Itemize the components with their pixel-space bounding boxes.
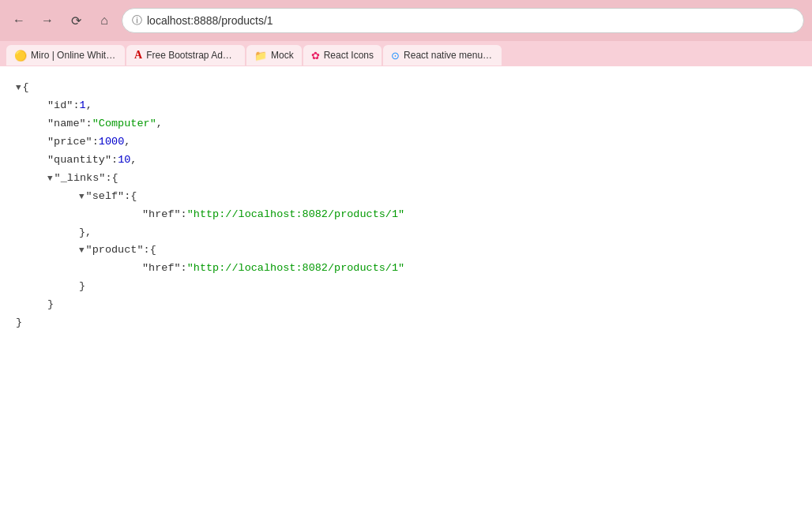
back-button[interactable]: ← [8, 9, 30, 32]
tab-react-native-label: React native menu a... [404, 50, 494, 61]
tab-mock-label: Mock [271, 50, 294, 61]
tab-react-native[interactable]: ⊙ React native menu a... [383, 45, 502, 66]
browser-chrome: ← → ⟳ ⌂ ⓘ [0, 0, 812, 41]
tab-react-icons[interactable]: ✿ React Icons [303, 45, 382, 66]
miro-tab-icon: 🟡 [14, 50, 27, 62]
price-line: "price" : 1000 , [16, 133, 796, 152]
tab-react-icons-label: React Icons [324, 50, 374, 61]
mock-tab-icon: 📁 [254, 50, 267, 62]
react-native-tab-icon: ⊙ [391, 50, 400, 62]
product-href-line: "href" : "http://localhost:8082/products… [16, 260, 796, 278]
reload-button[interactable]: ⟳ [65, 9, 87, 32]
self-open: ▼ "self" : { [16, 188, 796, 206]
links-open: ▼ "_links" : { [16, 170, 796, 188]
self-collapse[interactable]: ▼ [79, 189, 85, 204]
id-line: "id" : 1 , [16, 97, 796, 115]
address-bar[interactable]: ⓘ [122, 8, 804, 33]
name-line: "name" : "Computer" , [16, 115, 796, 133]
product-open: ▼ "product" : { [16, 242, 796, 260]
home-button[interactable]: ⌂ [93, 9, 115, 32]
tab-bootstrap-label: Free Bootstrap Adm... [146, 50, 237, 61]
root-collapse[interactable]: ▼ [16, 81, 21, 95]
root-open: ▼ { [16, 79, 796, 97]
lock-icon: ⓘ [132, 13, 142, 28]
links-close: } [16, 296, 796, 314]
self-href-line: "href" : "http://localhost:8082/products… [16, 206, 796, 224]
links-collapse[interactable]: ▼ [47, 171, 53, 186]
tab-mock[interactable]: 📁 Mock [246, 45, 302, 66]
tab-miro-label: Miro | Online White... [31, 50, 117, 61]
quantity-line: "quantity" : 10 , [16, 152, 796, 170]
root-close: } [16, 314, 796, 332]
tabs-bar: 🟡 Miro | Online White... A Free Bootstra… [0, 41, 812, 66]
forward-button[interactable]: → [36, 9, 58, 32]
tab-bootstrap[interactable]: A Free Bootstrap Adm... [126, 45, 245, 66]
tab-miro[interactable]: 🟡 Miro | Online White... [6, 45, 125, 66]
product-close: } [16, 278, 796, 296]
url-input[interactable] [147, 14, 794, 27]
react-icons-tab-icon: ✿ [311, 50, 320, 62]
self-close: }, [16, 224, 796, 242]
json-viewer: ▼ { "id" : 1 , "name" : "Computer" , "pr… [0, 66, 812, 345]
product-collapse[interactable]: ▼ [79, 243, 85, 258]
bootstrap-tab-icon: A [134, 49, 142, 62]
